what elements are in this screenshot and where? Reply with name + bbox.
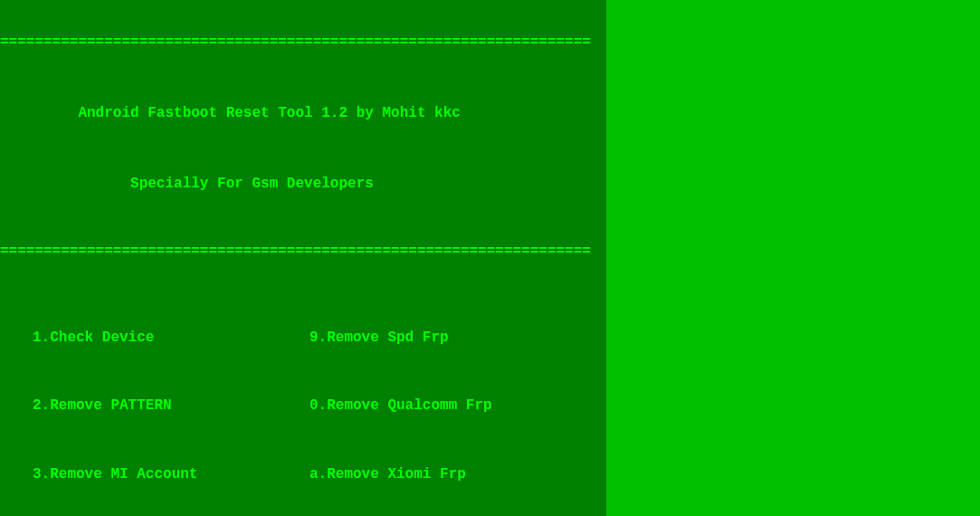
menu-item-1[interactable]: 1.Check Device [0, 330, 309, 347]
menu-item-3[interactable]: 3.Remove MI Account [0, 466, 309, 483]
divider-top: ========================================… [0, 34, 606, 52]
menu-item-2[interactable]: 2.Remove PATTERN [0, 397, 309, 415]
menu-item-a[interactable]: a.Remove Xiomi Frp [309, 466, 606, 483]
side-panel [606, 0, 980, 516]
app-subtitle: Specially For Gsm Developers [0, 158, 606, 193]
terminal-window: ========================================… [0, 0, 606, 516]
menu-item-0[interactable]: 0.Remove Qualcomm Frp [309, 397, 606, 415]
menu-row-2: 2.Remove PATTERN 0.Remove Qualcomm Frp [0, 381, 606, 415]
menu-row-3: 3.Remove MI Account a.Remove Xiomi Frp [0, 450, 606, 483]
menu-row-1: 1.Check Device 9.Remove Spd Frp [0, 313, 606, 347]
app-title: Android Fastboot Reset Tool 1.2 by Mohit… [0, 87, 606, 122]
menu-item-9[interactable]: 9.Remove Spd Frp [309, 330, 606, 347]
divider-mid: ========================================… [0, 227, 606, 261]
